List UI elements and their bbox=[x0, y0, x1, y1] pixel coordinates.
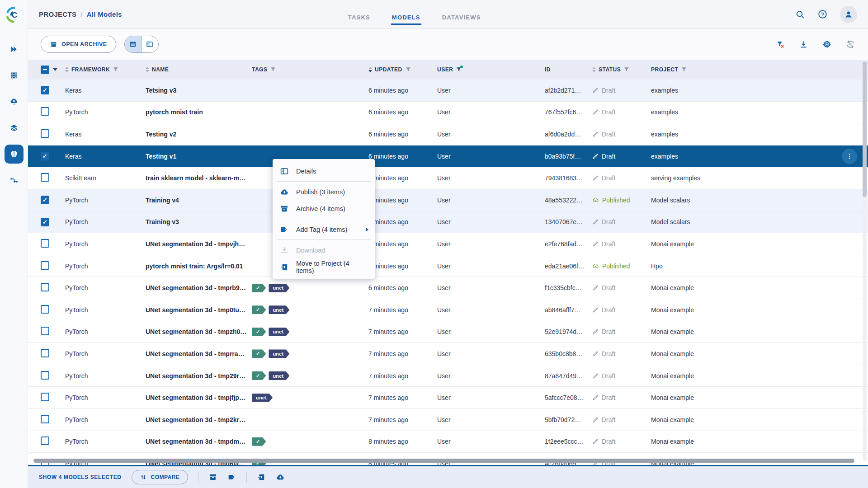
download-icon[interactable] bbox=[799, 40, 808, 49]
row-checkbox[interactable] bbox=[41, 415, 49, 423]
menu-item-details[interactable]: Details bbox=[273, 163, 375, 179]
row-checkbox[interactable] bbox=[41, 327, 49, 335]
cell-name[interactable]: UNet segmentation 3d - tmpjfjpv… bbox=[146, 394, 252, 401]
cell-name[interactable]: Testing v1 bbox=[146, 153, 252, 160]
compare-button[interactable]: COMPARE bbox=[132, 470, 188, 484]
sidebar-item-cloud-run[interactable] bbox=[5, 92, 24, 111]
sidebar-item-workers-queues[interactable] bbox=[5, 66, 24, 85]
search-icon[interactable] bbox=[795, 9, 805, 19]
table-row[interactable]: PyTorch UNet segmentation 3d - tmp0tu… ✓… bbox=[28, 299, 868, 321]
row-checkbox[interactable] bbox=[41, 86, 49, 94]
row-checkbox[interactable] bbox=[41, 349, 49, 357]
clearml-logo[interactable]: C bbox=[0, 0, 28, 30]
menu-item-publish[interactable]: Publish (3 items) bbox=[273, 183, 375, 200]
sidebar-item-models-brain[interactable] bbox=[5, 145, 24, 164]
table-row[interactable]: PyTorch UNet segmentation 3d - tmpvjhyl…… bbox=[28, 233, 868, 255]
column-header-framework[interactable]: FRAMEWORK bbox=[65, 66, 146, 73]
select-all-checkbox[interactable] bbox=[41, 66, 49, 74]
help-icon[interactable]: ? bbox=[817, 9, 828, 19]
cell-name[interactable]: Training v4 bbox=[146, 197, 252, 204]
row-menu-button[interactable] bbox=[842, 149, 857, 164]
sort-icon[interactable] bbox=[146, 67, 149, 72]
cell-name[interactable]: UNet segmentation 3d - tmp0tu… bbox=[146, 306, 252, 314]
horizontal-scrollbar[interactable] bbox=[33, 459, 854, 463]
settings-gear-icon[interactable] bbox=[822, 39, 832, 49]
column-header-id[interactable]: ID bbox=[545, 66, 592, 73]
row-checkbox[interactable] bbox=[41, 173, 49, 182]
column-header-tags[interactable]: TAGS bbox=[252, 66, 368, 73]
column-header-status[interactable]: STATUS bbox=[592, 66, 651, 73]
table-row[interactable]: PyTorch UNet segmentation 3d - tmprb9d… … bbox=[28, 277, 868, 299]
row-checkbox[interactable] bbox=[41, 283, 49, 291]
column-header-updated[interactable]: UPDATED bbox=[368, 66, 437, 73]
sort-icon[interactable] bbox=[65, 67, 69, 72]
row-checkbox[interactable] bbox=[41, 129, 49, 138]
column-header-name[interactable]: NAME bbox=[146, 66, 252, 73]
clear-filters-icon[interactable] bbox=[776, 40, 785, 49]
menu-item-add[interactable]: Add Tag (4 items) bbox=[273, 221, 375, 238]
auto-refresh-icon[interactable] bbox=[845, 39, 855, 49]
table-row[interactable]: PyTorch UNet segmentation 3d - tmpjfjpv…… bbox=[28, 387, 868, 409]
table-row[interactable]: PyTorch pytorch mnist train 6 minutes ag… bbox=[28, 102, 868, 124]
selection-menu-caret-icon[interactable] bbox=[53, 68, 57, 71]
table-row[interactable]: Keras Tetsing v3 6 minutes ago User af2b… bbox=[28, 80, 868, 102]
footer-archive-icon[interactable] bbox=[208, 473, 217, 482]
sidebar-item-double-chevron[interactable] bbox=[5, 40, 24, 59]
row-checkbox[interactable] bbox=[41, 218, 49, 226]
cell-name[interactable]: UNet segmentation 3d - tmpzh0… bbox=[146, 328, 252, 335]
sort-icon[interactable] bbox=[368, 67, 372, 72]
table-row[interactable]: PyTorch UNet segmentation 3d - tmp29rf… … bbox=[28, 365, 868, 387]
filter-icon[interactable] bbox=[681, 66, 687, 73]
column-header-user[interactable]: USER bbox=[437, 66, 545, 73]
cell-name[interactable]: UNet segmentation 3d - tmprb9d… bbox=[146, 284, 252, 291]
cell-name[interactable]: UNet segmentation 3d - tmpdm4… bbox=[146, 438, 252, 445]
tab-models[interactable]: MODELS bbox=[391, 4, 421, 25]
vertical-scrollbar-track[interactable] bbox=[863, 60, 867, 461]
sidebar-item-datasets[interactable] bbox=[5, 118, 24, 137]
row-checkbox[interactable] bbox=[41, 305, 49, 314]
row-checkbox[interactable] bbox=[41, 239, 49, 248]
footer-publish-icon[interactable] bbox=[276, 473, 285, 482]
table-row[interactable]: ScikitLearn train sklearn model - sklear… bbox=[28, 167, 868, 189]
sort-icon[interactable] bbox=[592, 67, 596, 72]
cell-name[interactable]: UNet segmentation 3d - tmpvjhyl… bbox=[146, 240, 252, 248]
table-row[interactable]: PyTorch UNet segmentation 3d - tmprrae… … bbox=[28, 343, 868, 365]
table-row[interactable]: PyTorch UNet segmentation 3d - tmpdm4… ✓… bbox=[28, 431, 868, 453]
row-checkbox[interactable] bbox=[41, 393, 49, 401]
menu-item-move[interactable]: Move to Project (4 items) bbox=[273, 258, 375, 275]
row-checkbox[interactable] bbox=[41, 261, 49, 270]
cell-name[interactable]: Training v3 bbox=[146, 218, 252, 225]
table-row[interactable]: PyTorch Training v3 6 minutes ago User 1… bbox=[28, 211, 868, 234]
filter-icon[interactable] bbox=[456, 66, 462, 73]
row-checkbox[interactable] bbox=[41, 152, 49, 160]
cell-name[interactable]: pytorch mnist train: Args/lr=0.01 bbox=[146, 263, 252, 270]
card-view-toggle[interactable] bbox=[141, 36, 158, 52]
table-view-toggle[interactable] bbox=[125, 36, 142, 52]
user-avatar[interactable] bbox=[840, 6, 857, 23]
table-row[interactable]: PyTorch UNet segmentation 3d - tmp2kr0… … bbox=[28, 409, 868, 431]
cell-name[interactable]: train sklearn model - sklearn-mo… bbox=[146, 174, 252, 182]
table-row[interactable]: Keras Testing v2 6 minutes ago User af6d… bbox=[28, 123, 868, 145]
table-row[interactable]: Keras Testing v1 6 minutes ago User b0a9… bbox=[28, 145, 868, 168]
row-checkbox[interactable] bbox=[41, 371, 49, 380]
cell-name[interactable]: UNet segmentation 3d - tmprrae… bbox=[146, 350, 252, 357]
breadcrumb-current[interactable]: All Models bbox=[87, 10, 122, 18]
breadcrumb-projects[interactable]: PROJECTS bbox=[39, 10, 76, 18]
vertical-scrollbar-thumb[interactable] bbox=[863, 61, 867, 197]
cell-name[interactable]: Tetsing v3 bbox=[146, 87, 252, 94]
tab-dataviews[interactable]: DATAVIEWS bbox=[441, 4, 482, 25]
table-row[interactable]: PyTorch UNet segmentation 3d - tmpzh0… ✓… bbox=[28, 321, 868, 343]
sidebar-item-pipelines[interactable] bbox=[5, 171, 24, 190]
filter-icon[interactable] bbox=[270, 66, 276, 73]
table-row[interactable]: PyTorch Training v4 6 minutes ago User 4… bbox=[28, 189, 868, 211]
row-checkbox[interactable] bbox=[41, 107, 49, 116]
tab-tasks[interactable]: TASKS bbox=[347, 4, 371, 25]
open-archive-button[interactable]: OPEN ARCHIVE bbox=[41, 36, 116, 53]
menu-item-archive[interactable]: Archive (4 items) bbox=[273, 200, 375, 217]
cell-name[interactable]: Testing v2 bbox=[146, 131, 252, 138]
show-selected-link[interactable]: SHOW 4 MODELS SELECTED bbox=[39, 474, 122, 480]
table-row[interactable]: PyTorch pytorch mnist train: Args/lr=0.0… bbox=[28, 255, 868, 277]
filter-icon[interactable] bbox=[113, 66, 119, 73]
row-checkbox[interactable] bbox=[41, 196, 49, 204]
footer-move-icon[interactable] bbox=[257, 473, 266, 482]
